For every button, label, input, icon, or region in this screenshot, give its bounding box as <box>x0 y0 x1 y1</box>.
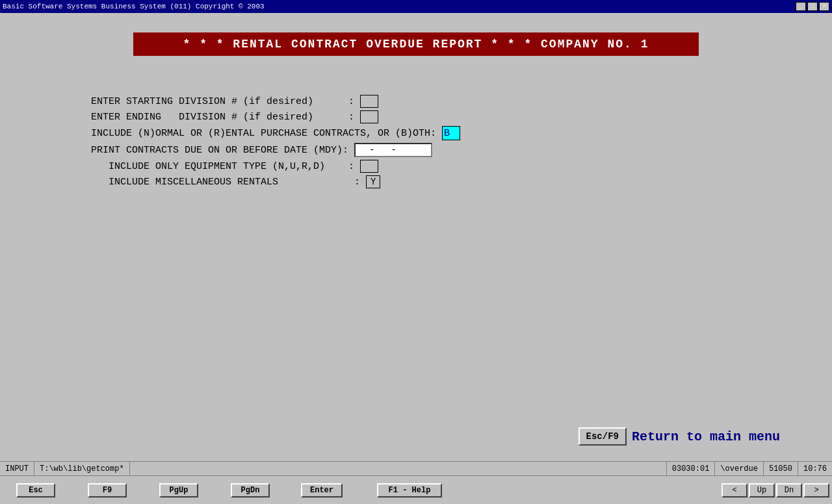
title-bar-text: Basic Software Systems Business System (… <box>3 3 265 10</box>
status-number: 51050 <box>763 462 798 476</box>
main-area: * * * RENTAL CONTRACT OVERDUE REPORT * *… <box>0 13 832 504</box>
fkey-pgup[interactable]: PgUp <box>143 483 214 498</box>
function-key-bar: Esc F9 PgUp PgDn Enter F1 - Help < Up Dn… <box>0 475 832 504</box>
ending-division-label: ENTER ENDING DIVISION # (if desired) : <box>91 112 360 123</box>
ending-division-row: ENTER ENDING DIVISION # (if desired) : <box>91 110 741 123</box>
f1-help-key-button[interactable]: F1 - Help <box>377 483 442 498</box>
report-header: * * * RENTAL CONTRACT OVERDUE REPORT * *… <box>133 32 699 56</box>
status-time: 03030:01 <box>666 462 715 476</box>
status-overdue: \overdue <box>714 462 763 476</box>
starting-division-field[interactable] <box>360 95 378 108</box>
fkey-f1-help[interactable]: F1 - Help <box>358 483 462 498</box>
title-bar: Basic Software Systems Business System (… <box>0 0 832 13</box>
equipment-type-row: INCLUDE ONLY EQUIPMENT TYPE (N,U,R,D) : <box>91 160 741 173</box>
fkey-esc[interactable]: Esc <box>0 483 72 498</box>
status-version: 10:76 <box>798 462 832 476</box>
f9-key-button[interactable]: F9 <box>88 483 127 498</box>
misc-rentals-field[interactable]: Y <box>366 175 380 188</box>
nav-dn-button[interactable]: Dn <box>776 483 802 498</box>
minimize-button[interactable]: _ <box>796 2 806 11</box>
status-right: 03030:01 \overdue 51050 10:76 <box>666 462 832 476</box>
ending-division-field[interactable] <box>360 110 378 123</box>
fkey-f9[interactable]: F9 <box>72 483 143 498</box>
nav-greater-button[interactable]: > <box>803 483 829 498</box>
include-contracts-label: INCLUDE (N)ORMAL OR (R)ENTAL PURCHASE CO… <box>91 128 442 139</box>
nav-less-button[interactable]: < <box>722 483 748 498</box>
misc-rentals-row: INCLUDE MISCELLANEOUS RENTALS : Y <box>91 175 741 188</box>
esc-f9-button[interactable]: Esc/F9 <box>578 427 627 446</box>
nav-up-button[interactable]: Up <box>749 483 775 498</box>
status-line: INPUT T:\wb\lib\getcomp* 03030:01 \overd… <box>0 461 832 475</box>
return-to-main-menu-text: Return to main menu <box>632 429 780 444</box>
starting-division-row: ENTER STARTING DIVISION # (if desired) : <box>91 95 741 108</box>
fkey-pgdn[interactable]: PgDn <box>214 483 286 498</box>
starting-division-label: ENTER STARTING DIVISION # (if desired) : <box>91 96 360 107</box>
title-bar-controls[interactable]: _ □ × <box>796 2 829 11</box>
status-input-label: INPUT <box>0 462 34 475</box>
misc-rentals-label: INCLUDE MISCELLANEOUS RENTALS : <box>91 177 366 188</box>
enter-key-button[interactable]: Enter <box>301 483 343 498</box>
fkey-enter[interactable]: Enter <box>286 483 358 498</box>
equipment-type-label: INCLUDE ONLY EQUIPMENT TYPE (N,U,R,D) : <box>91 161 360 172</box>
include-contracts-field[interactable]: B <box>442 126 460 140</box>
status-path: T:\wb\lib\getcomp* <box>34 462 130 475</box>
close-button[interactable]: × <box>819 2 829 11</box>
print-date-row: PRINT CONTRACTS DUE ON OR BEFORE DATE (M… <box>91 143 741 157</box>
esc-key-button[interactable]: Esc <box>16 483 55 498</box>
equipment-type-field[interactable] <box>360 160 378 173</box>
bottom-action-area: Esc/F9 Return to main menu <box>578 427 780 446</box>
form-area: ENTER STARTING DIVISION # (if desired) :… <box>91 95 741 191</box>
maximize-button[interactable]: □ <box>807 2 818 11</box>
pgup-key-button[interactable]: PgUp <box>159 483 198 498</box>
pgdn-key-button[interactable]: PgDn <box>231 483 270 498</box>
print-date-field[interactable]: - - <box>354 143 432 157</box>
include-contracts-row: INCLUDE (N)ORMAL OR (R)ENTAL PURCHASE CO… <box>91 126 741 140</box>
nav-key-area: < Up Dn > <box>722 476 832 505</box>
print-date-label: PRINT CONTRACTS DUE ON OR BEFORE DATE (M… <box>91 145 354 156</box>
